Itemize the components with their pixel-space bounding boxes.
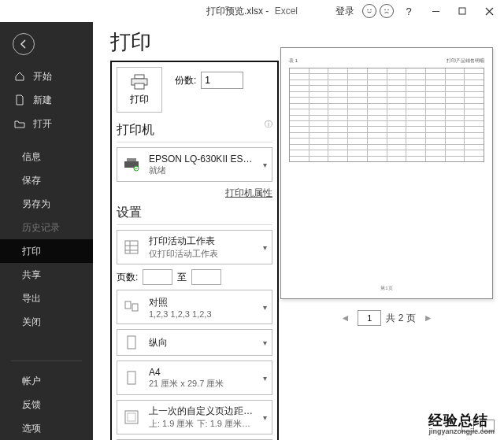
title-bar: 打印预览.xlsx - Excel 登录 ? — [0, 0, 504, 22]
home-icon — [14, 71, 25, 82]
sidebar-item-close[interactable]: 关闭 — [0, 310, 93, 334]
svg-rect-22 — [125, 411, 138, 423]
settings-section-title: 设置 — [117, 205, 272, 221]
margins-selector[interactable]: 上一次的自定义页边距…上: 1.9 厘米 下: 1.9 厘米… ▾ — [117, 400, 272, 434]
preview-header-right: 打印产品销售明细 — [447, 57, 484, 65]
page-title: 打印 — [110, 28, 266, 56]
sidebar-item-saveas[interactable]: 另存为 — [0, 192, 93, 216]
page-total: 共 2 页 — [386, 312, 415, 325]
svg-rect-5 — [459, 8, 465, 14]
svg-rect-10 — [135, 83, 144, 89]
file-name: 打印预览.xlsx — [206, 6, 263, 17]
print-what-selector[interactable]: 打印活动工作表仅打印活动工作表 ▾ — [117, 230, 272, 264]
svg-rect-21 — [128, 372, 135, 384]
printer-icon — [130, 74, 149, 90]
sidebar-item-history[interactable]: 历史记录 — [0, 216, 93, 239]
show-margins-button[interactable] — [461, 420, 474, 432]
frown-icon[interactable] — [380, 4, 394, 18]
minimize-button[interactable] — [424, 0, 447, 22]
page-navigator: ◄ 共 2 页 ► — [280, 310, 493, 326]
preview-page: 表 1 打印产品销售明细 — [280, 47, 493, 299]
page-number-input[interactable] — [358, 310, 381, 326]
printer-device-icon — [120, 157, 143, 172]
back-button[interactable] — [13, 33, 35, 55]
preview-header-left: 表 1 — [289, 57, 298, 65]
svg-point-0 — [367, 9, 369, 11]
maximize-button[interactable] — [450, 0, 474, 22]
print-button[interactable]: 打印 — [117, 67, 162, 113]
copies-label: 份数: — [175, 74, 196, 87]
sidebar-item-home[interactable]: 开始 — [0, 65, 93, 88]
print-preview-area: 表 1 打印产品销售明细 — [266, 22, 504, 440]
zoom-to-page-button[interactable] — [482, 420, 495, 432]
sidebar-item-export[interactable]: 导出 — [0, 287, 93, 310]
login-link[interactable]: 登录 — [335, 5, 354, 18]
app-name: Excel — [275, 6, 298, 17]
help-button[interactable]: ? — [397, 0, 421, 22]
svg-point-3 — [387, 9, 389, 11]
paper-selector[interactable]: A421 厘米 x 29.7 厘米 ▾ — [117, 361, 272, 395]
smile-icon[interactable] — [362, 4, 376, 18]
pages-label: 页数: — [117, 271, 138, 284]
svg-rect-18 — [125, 301, 131, 309]
sidebar-item-info[interactable]: 信息 — [0, 145, 93, 168]
margins-icon — [120, 409, 143, 425]
svg-rect-8 — [135, 75, 144, 79]
next-page-button[interactable]: ► — [421, 312, 436, 324]
sidebar-item-save[interactable]: 保存 — [0, 168, 93, 192]
backstage-sidebar: 开始 新建 打开 信息 保存 另存为 历史记录 打印 共享 导出 关闭 帐户 反… — [0, 22, 93, 440]
svg-rect-23 — [128, 413, 135, 421]
printer-properties-link[interactable]: 打印机属性 — [117, 187, 272, 200]
sidebar-item-print[interactable]: 打印 — [0, 239, 93, 263]
sidebar-item-new[interactable]: 新建 — [0, 88, 93, 112]
printer-selector[interactable]: EPSON LQ-630KII ESC…就绪 ▾ — [117, 147, 272, 182]
svg-rect-12 — [127, 158, 136, 161]
prev-page-button[interactable]: ◄ — [337, 312, 353, 324]
open-icon — [14, 118, 25, 129]
pages-to-label: 至 — [177, 271, 187, 284]
preview-footer: 第1页 — [281, 285, 492, 292]
sheet-icon — [120, 239, 143, 255]
svg-rect-14 — [125, 241, 138, 253]
printer-section-title: 打印机 — [117, 122, 154, 139]
pages-to-input[interactable] — [191, 269, 221, 285]
close-button[interactable] — [477, 0, 501, 22]
print-panel: 打印 份数: 打印机 ⓘ EPSON LQ-630KII ESC…就绪 ▾ — [110, 61, 279, 440]
svg-point-1 — [370, 9, 372, 11]
svg-rect-19 — [132, 304, 138, 311]
sidebar-item-feedback[interactable]: 反馈 — [0, 393, 93, 416]
collate-selector[interactable]: 对照1,2,3 1,2,3 1,2,3 ▾ — [117, 290, 272, 324]
sidebar-item-options[interactable]: 选项 — [0, 416, 93, 440]
collate-icon — [120, 299, 143, 315]
pages-from-input[interactable] — [143, 269, 172, 285]
orientation-selector[interactable]: 纵向 ▾ — [117, 329, 272, 356]
copies-input[interactable] — [201, 72, 243, 89]
sidebar-item-account[interactable]: 帐户 — [0, 369, 93, 393]
svg-rect-20 — [128, 336, 135, 349]
sidebar-item-share[interactable]: 共享 — [0, 263, 93, 287]
portrait-icon — [120, 335, 143, 350]
paper-icon — [120, 370, 143, 386]
new-icon — [14, 94, 25, 105]
preview-table — [289, 68, 484, 162]
sidebar-item-open[interactable]: 打开 — [0, 112, 93, 135]
svg-point-2 — [384, 9, 386, 11]
